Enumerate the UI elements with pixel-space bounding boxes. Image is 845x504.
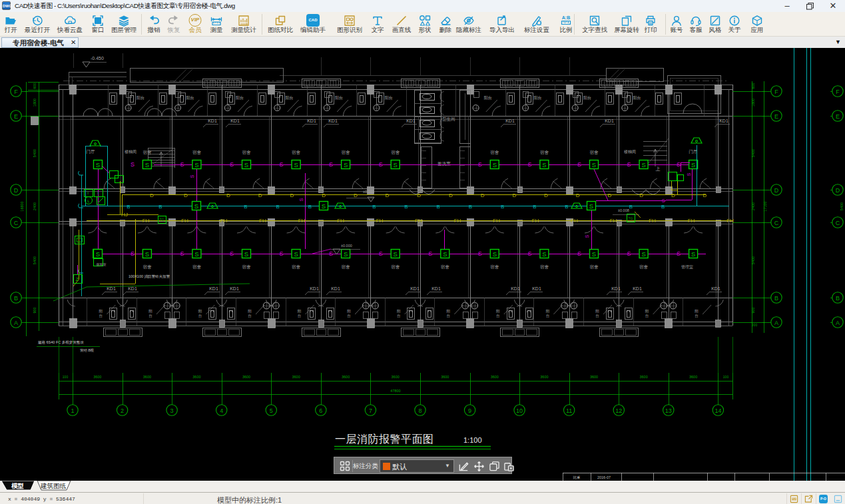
svg-text:阳台: 阳台 <box>484 96 492 101</box>
svg-text:D: D <box>386 192 390 198</box>
svg-text:A: A <box>836 320 840 326</box>
svg-text:13: 13 <box>665 407 672 414</box>
svg-text:S: S <box>190 174 194 178</box>
svg-text:KD1: KD1 <box>711 286 720 291</box>
svg-text:C: C <box>14 220 19 226</box>
svg-text:S: S <box>677 161 681 168</box>
svg-text:台: 台 <box>298 314 302 318</box>
svg-text:S: S <box>478 161 482 168</box>
svg-text:5400: 5400 <box>751 149 755 157</box>
svg-text:S: S <box>542 161 546 168</box>
svg-text:C: C <box>836 220 840 226</box>
svg-text:S: S <box>641 250 645 258</box>
svg-text:楼梯间: 楼梯间 <box>125 150 137 154</box>
svg-text:100X100 消防警铃火报警: 100X100 消防警铃火报警 <box>129 274 170 279</box>
svg-text:台: 台 <box>148 314 152 318</box>
svg-text:宿舍: 宿舍 <box>490 150 499 155</box>
svg-text:S: S <box>428 250 432 257</box>
svg-text:B: B <box>469 204 472 210</box>
svg-text:S: S <box>542 250 546 258</box>
svg-text:FH: FH <box>376 218 384 224</box>
svg-text:D: D <box>150 192 154 198</box>
svg-text:S: S <box>627 161 631 168</box>
svg-text:S: S <box>527 250 531 257</box>
svg-text:台: 台 <box>695 314 699 318</box>
svg-text:A: A <box>14 320 18 326</box>
svg-text:KD1: KD1 <box>505 119 515 123</box>
svg-text:阳: 阳 <box>447 309 451 314</box>
svg-text:S: S <box>244 161 248 168</box>
svg-text:宿舍: 宿舍 <box>292 150 301 155</box>
svg-text:宿舍: 宿舍 <box>292 264 301 270</box>
svg-text:阳: 阳 <box>148 309 152 314</box>
svg-text:宿舍: 宿舍 <box>540 150 549 155</box>
svg-text:±0.008: ±0.008 <box>618 208 629 212</box>
svg-text:2400: 2400 <box>33 202 37 210</box>
svg-text:规格 6S40 FC 多根穿管敷设: 规格 6S40 FC 多根穿管敷设 <box>38 340 84 345</box>
svg-text:L: L <box>87 199 90 203</box>
svg-text:S: S <box>194 250 198 258</box>
svg-text:S: S <box>691 250 695 258</box>
svg-text:S: S <box>527 161 531 168</box>
svg-text:2: 2 <box>121 407 124 414</box>
svg-text:阳: 阳 <box>397 309 401 314</box>
svg-text:S: S <box>329 161 333 168</box>
svg-text:3600: 3600 <box>689 375 697 379</box>
svg-text:B: B <box>836 295 840 302</box>
svg-text:TG: TG <box>160 218 164 222</box>
svg-text:FH: FH <box>142 218 150 224</box>
svg-text:3600: 3600 <box>342 375 350 379</box>
svg-text:台: 台 <box>645 314 649 318</box>
svg-text:D: D <box>14 187 19 194</box>
svg-text:FH: FH <box>259 218 266 224</box>
svg-text:宿舍: 宿舍 <box>441 264 450 270</box>
svg-text:S: S <box>691 161 695 168</box>
svg-text:宿舍: 宿舍 <box>342 150 351 155</box>
svg-text:B: B <box>533 204 536 210</box>
svg-text:S: S <box>585 234 589 238</box>
svg-text:B: B <box>501 204 504 210</box>
svg-text:S: S <box>577 161 581 168</box>
svg-text:S: S <box>96 250 100 258</box>
svg-text:D: D <box>417 192 421 198</box>
svg-text:3600: 3600 <box>491 375 499 379</box>
svg-text:E: E <box>774 113 778 120</box>
svg-text:门厅: 门厅 <box>689 149 699 154</box>
svg-text:D: D <box>322 192 326 198</box>
svg-text:2016-07: 2016-07 <box>597 475 611 479</box>
svg-text:3600: 3600 <box>292 375 300 379</box>
svg-text:阳台: 阳台 <box>533 96 541 101</box>
svg-text:D: D <box>449 192 453 198</box>
svg-text:阳: 阳 <box>496 309 500 314</box>
svg-text:宿舍: 宿舍 <box>490 264 499 270</box>
svg-text:S: S <box>299 198 304 201</box>
svg-text:C: C <box>774 220 779 226</box>
svg-text:B: B <box>774 295 778 302</box>
svg-text:楼梯间: 楼梯间 <box>624 150 636 154</box>
svg-text:1:100: 1:100 <box>463 436 482 444</box>
svg-text:10: 10 <box>516 407 523 414</box>
svg-text:A:B: A:B <box>562 15 570 20</box>
svg-text:KD1: KD1 <box>209 286 218 291</box>
svg-text:FH: FH <box>649 218 656 224</box>
svg-text:S: S <box>180 250 184 257</box>
svg-text:KD1: KD1 <box>431 286 441 291</box>
svg-text:S: S <box>493 250 497 258</box>
svg-text:一层消防报警平面图: 一层消防报警平面图 <box>335 433 434 445</box>
svg-text:S: S <box>478 250 482 257</box>
svg-text:9: 9 <box>468 407 471 414</box>
svg-text:D: D <box>639 192 643 198</box>
svg-text:B: B <box>308 204 312 210</box>
svg-text:管经:8根: 管经:8根 <box>80 348 95 353</box>
svg-text:5400: 5400 <box>751 256 755 264</box>
svg-text:S: S <box>662 198 665 203</box>
svg-text:KD1: KD1 <box>107 286 116 291</box>
svg-text:E: E <box>836 113 840 120</box>
svg-text:S: S <box>443 250 447 258</box>
svg-text:S: S <box>280 161 284 168</box>
svg-text:KD1: KD1 <box>532 286 541 291</box>
svg-text:D: D <box>703 192 707 198</box>
svg-text:17100: 17100 <box>763 201 767 211</box>
svg-text:B: B <box>127 204 130 210</box>
svg-text:台: 台 <box>347 314 351 318</box>
